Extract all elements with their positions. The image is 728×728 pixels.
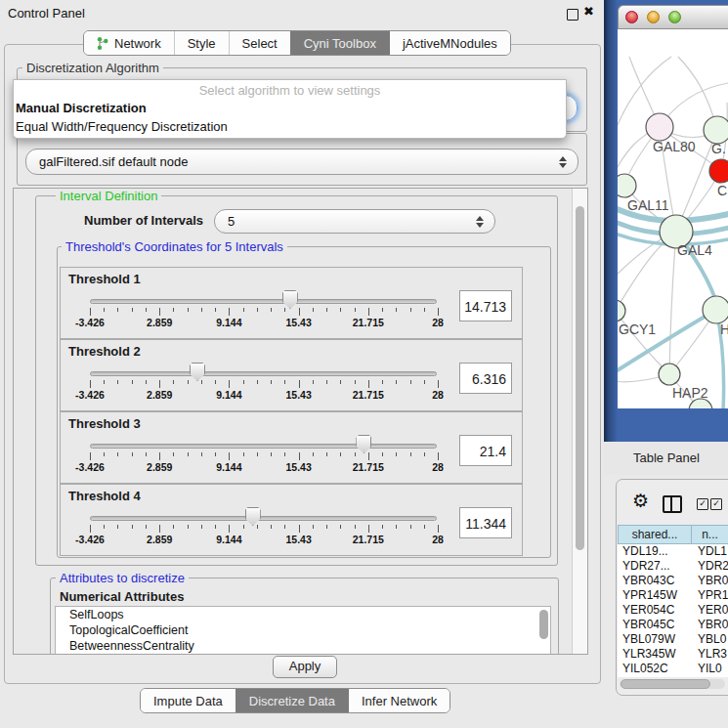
- network-node-label: GAL4: [677, 242, 712, 258]
- network-node[interactable]: [659, 364, 680, 385]
- slider-ticks: [90, 525, 438, 534]
- network-node[interactable]: [618, 174, 636, 197]
- network-node-label: H: [720, 321, 728, 337]
- slider-tick-labels: -3.4262.8599.14415.4321.71528: [90, 389, 438, 401]
- table-row[interactable]: YDR27...YDR2: [618, 559, 728, 574]
- threshold-slider-handle[interactable]: [356, 435, 371, 453]
- checkbox-icon[interactable]: ✓: [710, 498, 722, 510]
- network-node-label: C: [717, 183, 727, 198]
- threshold-value-field[interactable]: 6.316: [459, 363, 512, 394]
- table-row[interactable]: YBR043CYBR0: [618, 574, 728, 588]
- mode-tab-infer-network[interactable]: Infer Network: [348, 689, 450, 712]
- number-of-intervals-spinner[interactable]: 5: [214, 209, 495, 234]
- settings-vertical-scrollbar[interactable]: [572, 189, 587, 654]
- slider-ticks: [90, 308, 438, 317]
- table-cell: YLR3: [692, 647, 728, 662]
- table-horizontal-scrollbar[interactable]: [620, 679, 725, 689]
- threshold-value-field[interactable]: 21.4: [459, 435, 512, 466]
- attribute-list-item[interactable]: TopologicalCoefficient: [56, 622, 550, 638]
- cyni-mode-tabs: Impute DataDiscretize DataInfer Network: [140, 688, 450, 713]
- network-node-label: HAP2: [672, 385, 708, 401]
- threshold-slider-track[interactable]: [90, 516, 437, 521]
- tab-select[interactable]: Select: [229, 31, 290, 55]
- algorithm-group-label: Discretization Algorithm: [22, 61, 163, 75]
- tab-label: Cyni Toolbox: [304, 36, 376, 51]
- threshold-label: Threshold 3: [68, 416, 141, 431]
- network-icon: [97, 36, 108, 51]
- table-cell: YBR045C: [618, 618, 692, 632]
- table-header-row: shared...n...: [618, 525, 728, 544]
- network-graph: GAL80G.CGAL11GAL4GCY1HHAP2: [618, 29, 728, 408]
- table-cell: YBL0: [692, 632, 728, 647]
- table-row[interactable]: YBL079WYBL0: [618, 632, 728, 647]
- network-node[interactable]: [703, 296, 728, 323]
- table-row[interactable]: YIL052CYIL0: [618, 662, 728, 676]
- apply-button[interactable]: Apply: [273, 656, 337, 678]
- close-panel-icon[interactable]: ✖: [583, 4, 594, 19]
- threshold-slider-track[interactable]: [90, 371, 437, 376]
- attribute-list-item[interactable]: SelfLoops: [56, 607, 550, 622]
- threshold-row: Threshold 2 -3.4262.8599.14415.4321.7152…: [60, 339, 523, 411]
- network-node[interactable]: [618, 300, 625, 321]
- table-cell: YPR145W: [618, 588, 692, 603]
- threshold-slider-track[interactable]: [90, 299, 437, 304]
- threshold-slider-handle[interactable]: [282, 290, 298, 309]
- scrollbar-thumb[interactable]: [621, 679, 710, 689]
- column-header[interactable]: shared...: [618, 525, 692, 544]
- table-panel-title: Table Panel: [633, 450, 700, 465]
- threshold-slider-track[interactable]: [90, 444, 437, 449]
- combo-arrows-icon: [559, 156, 567, 168]
- dropdown-option[interactable]: Equal Width/Frequency Discretization: [14, 118, 566, 137]
- gear-icon[interactable]: ⚙: [632, 492, 649, 510]
- slider-ticks: [90, 380, 438, 389]
- threshold-value-field[interactable]: 11.344: [459, 507, 512, 538]
- table-cell: YDL19...: [618, 544, 692, 559]
- tab-label: jActiveMNodules: [403, 36, 497, 51]
- table-row[interactable]: YPR145WYPR1: [618, 588, 728, 603]
- slider-tick-labels: -3.4262.8599.14415.4321.71528: [90, 317, 438, 328]
- attributes-list-scrollbar[interactable]: [539, 610, 548, 639]
- table-cell: YDL1: [692, 544, 728, 559]
- threshold-value-field[interactable]: 14.713: [459, 290, 512, 321]
- slider-tick-labels: -3.4262.8599.14415.4321.71528: [90, 534, 438, 545]
- network-node[interactable]: [646, 113, 673, 141]
- table-row[interactable]: YER054CYER0: [618, 603, 728, 618]
- network-view-canvas[interactable]: GAL80G.CGAL11GAL4GCY1HHAP2: [618, 29, 728, 408]
- threshold-row: Threshold 4 -3.4262.8599.14415.4321.7152…: [60, 484, 523, 556]
- split-columns-icon[interactable]: [663, 495, 682, 513]
- table-row[interactable]: YLR345WYLR3: [618, 647, 728, 662]
- tab-label: Style: [188, 36, 216, 51]
- tab-label: Network: [114, 36, 161, 51]
- threshold-slider-handle[interactable]: [245, 507, 261, 526]
- minimize-window-icon[interactable]: [647, 11, 660, 23]
- table-cell: YIL0: [692, 662, 728, 676]
- table-cell: YIL052C: [618, 662, 692, 676]
- tab-cyni-toolbox[interactable]: Cyni Toolbox: [290, 31, 389, 55]
- table-cell: YDR2: [692, 559, 728, 574]
- dropdown-option[interactable]: Manual Discretization: [14, 100, 566, 118]
- numerical-attributes-label: Numerical Attributes: [60, 589, 184, 604]
- node-attribute-table: shared...n... YDL19...YDL1YDR27...YDR2YB…: [618, 525, 728, 677]
- tab-label: Infer Network: [362, 694, 437, 708]
- table-data-combobox[interactable]: galFiltered.sif default node: [25, 149, 578, 175]
- network-node[interactable]: [704, 116, 728, 144]
- table-cell: YPR1: [692, 588, 728, 603]
- tab-network[interactable]: Network: [84, 31, 174, 55]
- zoom-window-icon[interactable]: [668, 11, 681, 23]
- threshold-slider-handle[interactable]: [190, 363, 205, 381]
- panel-title: Control Panel: [8, 6, 85, 21]
- table-data-selected: galFiltered.sif default node: [39, 154, 188, 169]
- column-header[interactable]: n...: [692, 525, 728, 544]
- float-panel-icon[interactable]: [567, 9, 578, 21]
- mode-tab-discretize-data[interactable]: Discretize Data: [236, 689, 348, 712]
- table-row[interactable]: YBR045CYBR0: [618, 618, 728, 632]
- scrollbar-thumb[interactable]: [576, 206, 584, 550]
- attribute-list-item[interactable]: BetweennessCentrality: [56, 638, 550, 654]
- tab-jactivemnodules[interactable]: jActiveMNodules: [389, 31, 510, 55]
- network-node[interactable]: [709, 159, 728, 183]
- checkbox-icon[interactable]: ✓: [697, 498, 708, 510]
- mode-tab-impute-data[interactable]: Impute Data: [141, 689, 236, 712]
- tab-style[interactable]: Style: [174, 31, 229, 55]
- table-row[interactable]: YDL19...YDL1: [618, 544, 728, 559]
- close-window-icon[interactable]: [625, 11, 638, 23]
